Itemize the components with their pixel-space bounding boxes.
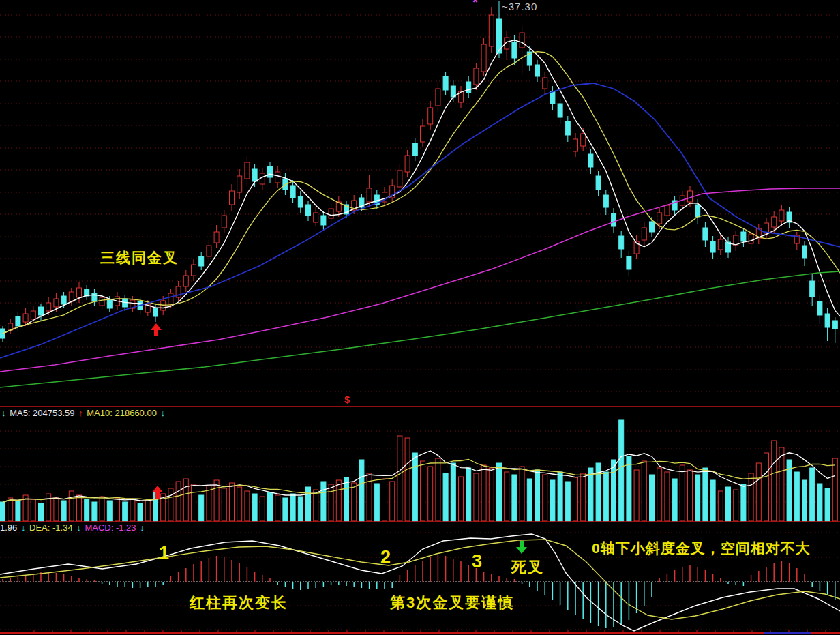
macd-indicator-header: 1.96 ↓ DEA: -1.34 ↓ MACD: -1.23 ↓	[0, 522, 146, 533]
candle	[779, 205, 784, 226]
candle	[497, 1, 502, 58]
volume-bar	[321, 482, 326, 521]
volume-bar	[749, 473, 753, 521]
volume-bar	[817, 484, 822, 521]
volume-bar	[657, 468, 662, 521]
volume-bar	[405, 438, 410, 521]
candle	[535, 60, 540, 82]
volume-bar	[718, 491, 723, 521]
volume-bar	[505, 472, 509, 521]
volume-bar	[245, 491, 250, 521]
dollar-marker-icon: $	[344, 394, 350, 405]
volume-bar	[612, 460, 616, 521]
candle	[627, 251, 631, 276]
ma60-line	[0, 188, 840, 372]
stock-chart-screen: 三线同金叉 ~37.30 * $ ↓ MA5: 204753.59 ↑ MA10…	[0, 0, 840, 635]
volume-bar	[390, 482, 395, 521]
volume-bar	[474, 473, 479, 521]
volume-bar	[199, 495, 204, 521]
golden-cross-2-label: 2	[380, 547, 391, 568]
macd-dea-down-arrow-icon: ↓	[76, 522, 81, 533]
candle	[734, 231, 738, 251]
volume-bar	[443, 473, 448, 521]
volume-bar	[695, 475, 700, 521]
volume-bar	[535, 470, 540, 521]
volume-bar	[123, 502, 127, 521]
candle	[77, 282, 82, 303]
volume-bar	[397, 436, 402, 521]
volume-bar	[558, 472, 562, 521]
volume-bar	[741, 484, 746, 521]
macd-dif-value: 1.96	[0, 522, 17, 533]
candle	[558, 99, 562, 124]
volume-bar	[756, 463, 761, 521]
volume-bar	[772, 441, 777, 521]
candle	[710, 236, 715, 259]
candle	[810, 274, 815, 306]
candle	[741, 228, 746, 247]
volume-bars	[1, 420, 838, 521]
volume-bar	[230, 483, 235, 521]
volume-bar	[642, 461, 646, 521]
volume-bar	[634, 470, 639, 521]
ma5-line	[3, 40, 840, 334]
volume-bar	[779, 447, 784, 521]
candle	[374, 190, 379, 209]
candle	[176, 281, 181, 301]
candle	[230, 184, 235, 211]
candle	[421, 119, 425, 147]
volume-bar	[214, 480, 219, 521]
candle	[612, 208, 616, 233]
volume-bar	[314, 490, 318, 521]
star-icon: *	[472, 0, 478, 10]
candle	[573, 133, 578, 157]
candle	[481, 38, 486, 76]
axis-scroll-thumb[interactable]	[764, 632, 811, 635]
candle	[642, 222, 646, 246]
volume-bar	[8, 498, 13, 521]
volume-bar	[16, 501, 20, 521]
third-cross-note-label: 第3次金叉要谨慎	[390, 593, 514, 613]
candle	[252, 164, 257, 187]
candle	[665, 201, 670, 221]
candle	[397, 164, 402, 192]
candle	[237, 169, 242, 199]
candle	[550, 86, 555, 110]
volume-bar	[512, 475, 517, 521]
volume-bar	[497, 463, 502, 521]
candle	[1, 326, 5, 342]
volume-bar	[107, 501, 112, 521]
volume-bar	[115, 498, 120, 521]
volume-bar	[77, 495, 82, 521]
candle	[268, 162, 273, 183]
volume-bar	[145, 501, 150, 521]
vol-prefix-down-arrow-icon: ↓	[1, 408, 6, 418]
golden-cross-1-label: 1	[159, 543, 169, 564]
volume-bar	[680, 465, 685, 521]
volume-bar	[810, 468, 815, 521]
volume-bar	[352, 483, 357, 521]
volume-bar	[650, 475, 655, 521]
candle	[214, 225, 219, 248]
triple-golden-cross-label: 三线同金叉	[100, 248, 179, 267]
volume-bar	[794, 472, 799, 521]
volume-bar	[374, 484, 379, 521]
volume-bar	[283, 498, 288, 521]
low-slope-note-label: 0轴下小斜度金叉，空间相对不大	[592, 539, 811, 558]
vol-ma10-down-arrow-icon: ↓	[161, 408, 166, 418]
candle	[764, 218, 769, 239]
death-cross-label: 死叉	[511, 557, 544, 578]
macd-dif-down-arrow-icon: ↓	[21, 522, 26, 533]
price-ma-lines	[0, 40, 840, 387]
volume-bar	[359, 460, 364, 521]
candle	[802, 241, 807, 266]
volume-bar	[481, 465, 486, 521]
golden-cross-3-label: 3	[472, 551, 482, 572]
volume-bar	[260, 497, 265, 521]
candle	[412, 138, 417, 161]
volume-bar	[31, 499, 35, 521]
red-bars-note-label: 红柱再次变长	[190, 593, 288, 613]
volume-bar	[726, 487, 731, 521]
volume-bar	[734, 490, 738, 521]
volume-bar	[588, 468, 593, 521]
